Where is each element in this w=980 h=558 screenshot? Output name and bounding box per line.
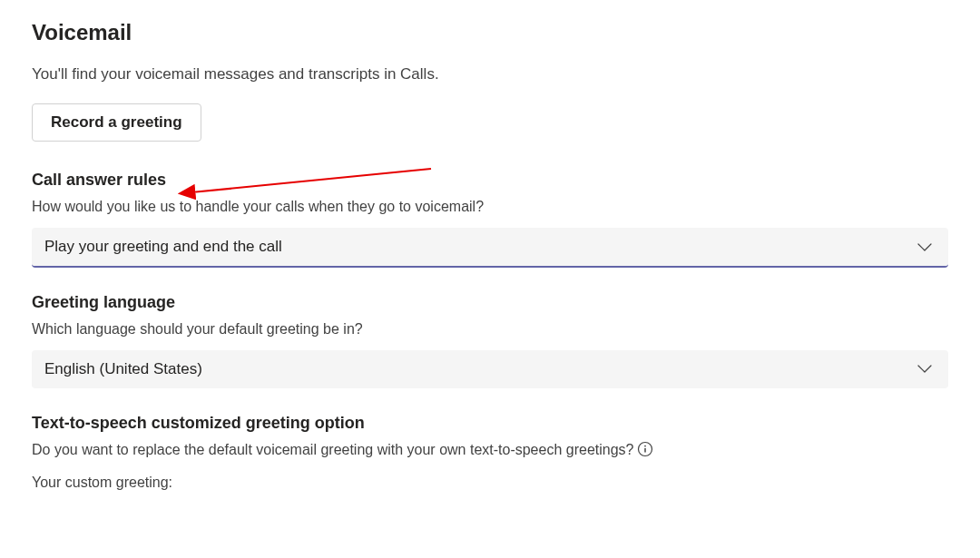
greeting-language-select[interactable]: English (United States) <box>32 350 948 388</box>
svg-rect-2 <box>645 448 647 453</box>
call-answer-rules-select[interactable]: Play your greeting and end the call <box>32 228 948 268</box>
tts-greeting-description: Do you want to replace the default voice… <box>32 442 633 458</box>
call-answer-rules-heading: Call answer rules <box>32 171 948 190</box>
greeting-language-section: Greeting language Which language should … <box>32 293 948 388</box>
record-greeting-button[interactable]: Record a greeting <box>32 103 201 142</box>
page-title: Voicemail <box>32 20 948 45</box>
greeting-language-value: English (United States) <box>44 360 202 378</box>
custom-greeting-label: Your custom greeting: <box>32 475 948 491</box>
call-answer-rules-description: How would you like us to handle your cal… <box>32 199 948 215</box>
info-icon[interactable] <box>637 441 653 457</box>
greeting-language-description: Which language should your default greet… <box>32 321 948 338</box>
page-description: You'll find your voicemail messages and … <box>32 65 948 83</box>
svg-point-1 <box>645 445 647 447</box>
call-answer-rules-section: Call answer rules How would you like us … <box>32 171 948 268</box>
call-answer-rules-value: Play your greeting and end the call <box>44 238 282 256</box>
tts-greeting-section: Text-to-speech customized greeting optio… <box>32 414 948 491</box>
tts-greeting-heading: Text-to-speech customized greeting optio… <box>32 414 948 433</box>
greeting-language-heading: Greeting language <box>32 293 948 312</box>
